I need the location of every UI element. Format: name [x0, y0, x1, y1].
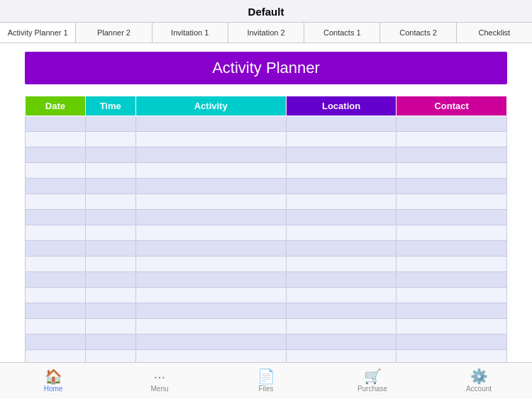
cell-contact[interactable]	[397, 257, 507, 272]
cell-contact[interactable]	[397, 303, 507, 319]
cell-time[interactable]	[85, 132, 135, 147]
cell-time[interactable]	[85, 288, 135, 303]
cell-activity[interactable]	[135, 116, 286, 132]
cell-activity[interactable]	[135, 319, 286, 335]
cell-time[interactable]	[85, 147, 135, 163]
cell-time[interactable]	[85, 210, 135, 225]
cell-date[interactable]	[26, 241, 86, 257]
cell-activity[interactable]	[135, 147, 286, 163]
cell-location[interactable]	[286, 194, 397, 210]
cell-location[interactable]	[286, 335, 397, 350]
cell-contact[interactable]	[397, 116, 507, 132]
cell-date[interactable]	[26, 147, 86, 163]
table-row[interactable]	[26, 272, 507, 288]
cell-contact[interactable]	[397, 335, 507, 350]
cell-activity[interactable]	[135, 179, 286, 194]
cell-contact[interactable]	[397, 319, 507, 335]
cell-activity[interactable]	[135, 335, 286, 350]
cell-date[interactable]	[26, 210, 86, 225]
table-row[interactable]	[26, 132, 507, 147]
table-row[interactable]	[26, 225, 507, 241]
cell-location[interactable]	[286, 147, 397, 163]
cell-date[interactable]	[26, 225, 86, 241]
cell-activity[interactable]	[135, 257, 286, 272]
cell-activity[interactable]	[135, 288, 286, 303]
tab-contacts-1[interactable]: Contacts 1	[304, 23, 380, 43]
table-row[interactable]	[26, 241, 507, 257]
cell-contact[interactable]	[397, 163, 507, 179]
cell-date[interactable]	[26, 303, 86, 319]
nav-item-purchase[interactable]: 🛒Purchase	[319, 363, 426, 399]
nav-item-home[interactable]: 🏠Home	[0, 363, 106, 399]
cell-date[interactable]	[26, 319, 86, 335]
nav-item-files[interactable]: 📄Files	[213, 363, 319, 399]
cell-time[interactable]	[85, 194, 135, 210]
cell-location[interactable]	[286, 179, 397, 194]
cell-activity[interactable]	[135, 210, 286, 225]
table-row[interactable]	[26, 303, 507, 319]
table-row[interactable]	[26, 179, 507, 194]
table-row[interactable]	[26, 350, 507, 363]
tab-planner-2[interactable]: Planner 2	[76, 23, 152, 43]
cell-time[interactable]	[85, 257, 135, 272]
cell-contact[interactable]	[397, 225, 507, 241]
cell-location[interactable]	[286, 225, 397, 241]
cell-time[interactable]	[85, 335, 135, 350]
tab-invitation-1[interactable]: Invitation 1	[153, 23, 228, 43]
cell-activity[interactable]	[135, 272, 286, 288]
cell-date[interactable]	[26, 288, 86, 303]
cell-location[interactable]	[286, 303, 397, 319]
cell-location[interactable]	[286, 257, 397, 272]
cell-contact[interactable]	[397, 147, 507, 163]
tab-activity-planner-1[interactable]: Activity Planner 1	[0, 23, 76, 43]
cell-date[interactable]	[26, 132, 86, 147]
cell-date[interactable]	[26, 163, 86, 179]
cell-activity[interactable]	[135, 194, 286, 210]
nav-item-menu[interactable]: ···Menu	[106, 363, 213, 399]
cell-contact[interactable]	[397, 179, 507, 194]
cell-activity[interactable]	[135, 225, 286, 241]
cell-location[interactable]	[286, 288, 397, 303]
cell-time[interactable]	[85, 241, 135, 257]
cell-location[interactable]	[286, 272, 397, 288]
tab-invitation-2[interactable]: Invitation 2	[228, 23, 304, 43]
cell-time[interactable]	[85, 272, 135, 288]
cell-time[interactable]	[85, 303, 135, 319]
cell-contact[interactable]	[397, 288, 507, 303]
cell-contact[interactable]	[397, 132, 507, 147]
cell-date[interactable]	[26, 257, 86, 272]
cell-location[interactable]	[286, 163, 397, 179]
cell-date[interactable]	[26, 272, 86, 288]
nav-item-account[interactable]: ⚙️Account	[426, 363, 532, 399]
cell-date[interactable]	[26, 116, 86, 132]
cell-date[interactable]	[26, 335, 86, 350]
cell-location[interactable]	[286, 241, 397, 257]
cell-activity[interactable]	[135, 132, 286, 147]
cell-time[interactable]	[85, 116, 135, 132]
cell-location[interactable]	[286, 319, 397, 335]
table-row[interactable]	[26, 210, 507, 225]
cell-location[interactable]	[286, 116, 397, 132]
table-row[interactable]	[26, 319, 507, 335]
cell-activity[interactable]	[135, 350, 286, 363]
cell-activity[interactable]	[135, 163, 286, 179]
table-row[interactable]	[26, 257, 507, 272]
tab-checklist[interactable]: Checklist	[457, 23, 532, 43]
cell-contact[interactable]	[397, 194, 507, 210]
cell-time[interactable]	[85, 225, 135, 241]
tab-contacts-2[interactable]: Contacts 2	[380, 23, 456, 43]
cell-time[interactable]	[85, 179, 135, 194]
table-row[interactable]	[26, 163, 507, 179]
cell-date[interactable]	[26, 350, 86, 363]
cell-location[interactable]	[286, 210, 397, 225]
table-row[interactable]	[26, 288, 507, 303]
cell-activity[interactable]	[135, 241, 286, 257]
table-row[interactable]	[26, 194, 507, 210]
table-row[interactable]	[26, 116, 507, 132]
cell-time[interactable]	[85, 319, 135, 335]
table-row[interactable]	[26, 147, 507, 163]
cell-contact[interactable]	[397, 272, 507, 288]
cell-contact[interactable]	[397, 350, 507, 363]
cell-time[interactable]	[85, 163, 135, 179]
cell-location[interactable]	[286, 350, 397, 363]
